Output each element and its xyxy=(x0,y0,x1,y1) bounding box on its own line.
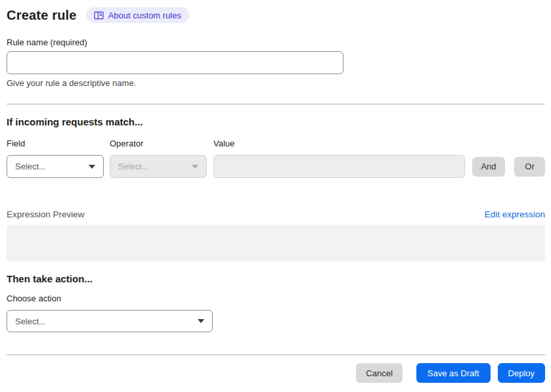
edit-expression-link[interactable]: Edit expression xyxy=(485,209,545,219)
field-select[interactable]: Select... xyxy=(7,155,104,178)
rule-name-helper: Give your rule a descriptive name. xyxy=(7,78,545,88)
expression-preview-box xyxy=(7,225,545,261)
match-labels-row: Field Operator Value xyxy=(7,139,545,149)
field-select-value: Select... xyxy=(15,162,46,171)
or-button[interactable]: Or xyxy=(514,157,545,177)
chevron-down-icon xyxy=(198,319,204,323)
choose-action-select-value: Select... xyxy=(15,316,46,326)
and-button[interactable]: And xyxy=(472,157,505,177)
value-input xyxy=(213,155,465,178)
operator-select: Select... xyxy=(110,155,207,178)
section-divider xyxy=(7,104,545,104)
match-controls-row: Select... Select... And Or xyxy=(7,155,545,178)
book-icon xyxy=(94,11,104,20)
match-section-heading: If incoming requests match... xyxy=(7,116,545,127)
chevron-down-icon xyxy=(89,165,95,169)
chevron-down-icon xyxy=(192,165,198,169)
operator-label: Operator xyxy=(110,139,213,149)
footer-divider xyxy=(7,355,545,355)
about-custom-rules-badge[interactable]: About custom rules xyxy=(86,7,189,23)
expression-header: Expression Preview Edit expression xyxy=(7,209,545,220)
field-label: Field xyxy=(7,139,110,149)
deploy-button[interactable]: Deploy xyxy=(498,363,545,383)
save-as-draft-button[interactable]: Save as Draft xyxy=(416,363,491,383)
expression-preview-label: Expression Preview xyxy=(7,209,85,219)
cancel-button[interactable]: Cancel xyxy=(356,363,402,383)
action-section-heading: Then take action... xyxy=(7,273,545,284)
rule-name-label: Rule name (required) xyxy=(7,37,545,47)
about-badge-label: About custom rules xyxy=(108,11,181,20)
choose-action-label: Choose action xyxy=(7,294,545,303)
footer-actions: Cancel Save as Draft Deploy xyxy=(7,363,545,383)
page-title: Create rule xyxy=(7,8,77,23)
create-rule-page: Create rule About custom rules Rule name… xyxy=(0,0,551,392)
value-label: Value xyxy=(213,139,545,149)
rule-name-input[interactable] xyxy=(7,51,343,74)
operator-select-value: Select... xyxy=(118,162,149,171)
page-header: Create rule About custom rules xyxy=(7,7,545,24)
choose-action-select[interactable]: Select... xyxy=(7,310,213,332)
